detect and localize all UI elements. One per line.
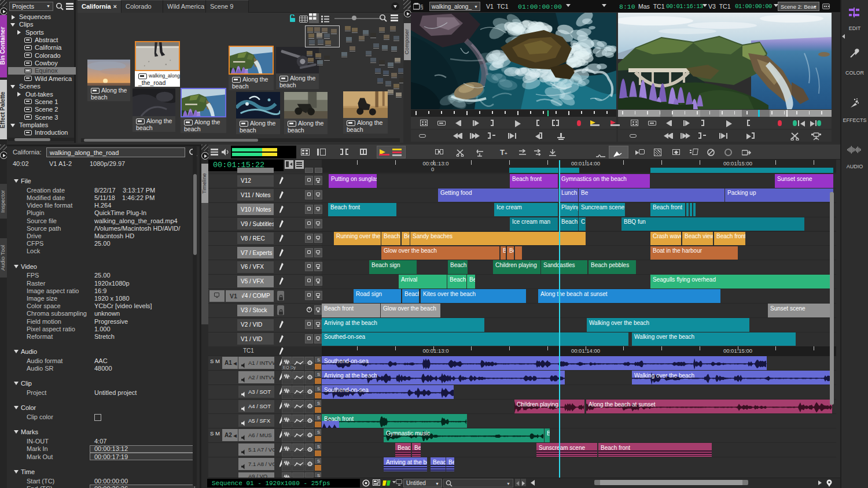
svg-text:§: § — [420, 4, 424, 10]
